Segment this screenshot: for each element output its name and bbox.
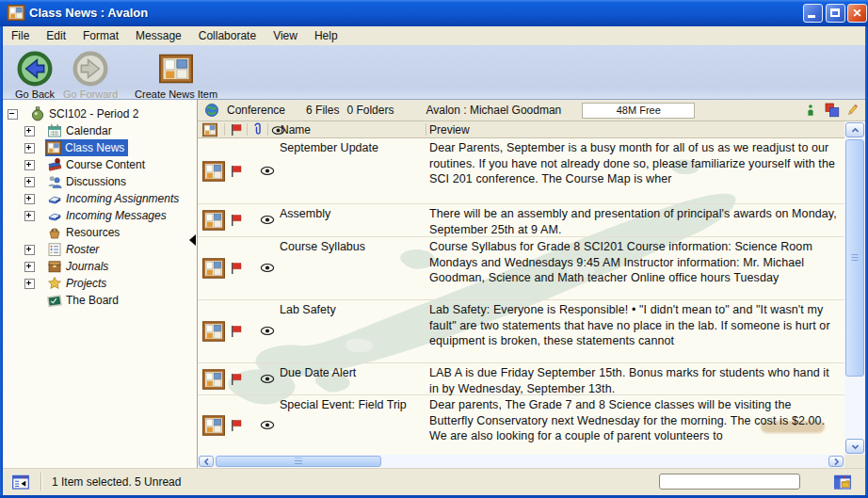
list-item-assembly[interactable]: Assembly There will be an assembly and p… [198, 204, 844, 237]
minimize-button[interactable] [803, 4, 823, 23]
go-back-button[interactable]: Go Back [10, 51, 59, 100]
tree-item-label: Calendar [66, 124, 112, 137]
list-item-due-date-alert[interactable]: Due Date Alert LAB A is due Friday Septe… [198, 363, 844, 395]
sidebar-item-resources[interactable]: Resources [3, 224, 197, 241]
chevron-down-icon [851, 442, 860, 451]
unread-eye-icon [260, 420, 275, 430]
tree-root-sci102[interactable]: SCI102 - Period 2 [3, 105, 197, 122]
menu-message[interactable]: Message [127, 27, 190, 44]
expand-box-icon[interactable] [24, 279, 35, 289]
status-quick-search-input[interactable] [659, 474, 800, 490]
menu-file[interactable]: File [3, 27, 38, 44]
toggle-sidebar-icon[interactable] [10, 474, 31, 491]
sidebar-item-class-news[interactable]: Class News [3, 139, 197, 156]
toggle-panel-icon[interactable] [832, 474, 853, 491]
expand-box-icon[interactable] [24, 262, 35, 272]
expand-box-icon[interactable] [24, 177, 35, 187]
go-forward-button[interactable]: Go Forward [63, 51, 118, 100]
class-news-window-icon[interactable] [7, 4, 25, 22]
expand-box-icon[interactable] [24, 143, 35, 153]
toolbar: Go Back Go Forward Create News Item [3, 45, 865, 100]
expand-box-icon[interactable] [24, 126, 35, 137]
globe-icon [204, 103, 219, 118]
sidebar-item-incoming-assignments[interactable]: Incoming Assignments [3, 190, 197, 207]
board-icon [47, 293, 62, 308]
horizontal-scroll-thumb[interactable] [216, 456, 381, 467]
expand-box-icon[interactable] [24, 245, 35, 255]
item-preview: Dear parents, The Grade 7 and 8 Science … [429, 397, 838, 444]
tree-item-label: Roster [66, 243, 99, 256]
conference-panel: Conference 6 Files 0 Folders Avalon : Mi… [198, 100, 865, 468]
scroll-left-button[interactable] [199, 456, 214, 467]
minimize-icon [808, 15, 815, 18]
menu-view[interactable]: View [265, 27, 306, 44]
chevron-up-icon [851, 126, 860, 135]
create-news-item-icon [159, 51, 193, 87]
list-item-special-event-field-trip[interactable]: Special Event: Field Trip Dear parents, … [198, 395, 844, 455]
chevron-right-icon [832, 458, 841, 466]
sidebar-item-course-content[interactable]: Course Content [3, 156, 197, 173]
files-count: 6 Files [306, 104, 339, 117]
name-column-header[interactable]: Name [281, 123, 311, 137]
create-news-item-button[interactable]: Create News Item [135, 51, 217, 100]
roster-icon [47, 242, 62, 257]
close-button[interactable]: ✕ [847, 4, 867, 23]
item-type-column-icon[interactable] [202, 122, 217, 137]
go-forward-icon [72, 51, 108, 87]
menu-collaborate[interactable]: Collaborate [190, 27, 265, 44]
unread-eye-icon [260, 215, 275, 225]
flag-icon [230, 214, 243, 227]
sidebar-item-incoming-messages[interactable]: Incoming Messages [3, 207, 197, 224]
vertical-scroll-thumb[interactable] [845, 139, 864, 377]
scroll-right-button[interactable] [828, 456, 844, 467]
menu-help[interactable]: Help [306, 27, 346, 44]
vertical-scrollbar[interactable] [844, 121, 865, 455]
expand-box-icon[interactable] [24, 211, 35, 221]
preview-column-header[interactable]: Preview [429, 123, 470, 137]
list-item-course-syllabus[interactable]: Course Syllabus Course Syllabus for Grad… [198, 237, 844, 300]
menu-format[interactable]: Format [74, 27, 127, 44]
sidebar-item-discussions[interactable]: Discussions [3, 173, 197, 190]
tree-item-label: Discussions [66, 175, 126, 188]
news-item-list: September Update Dear Parents, September… [198, 138, 844, 455]
sidebar-item-journals[interactable]: Journals [3, 258, 197, 275]
sidebar-item-roster[interactable]: Roster [3, 241, 197, 258]
news-item-icon [202, 414, 225, 437]
news-item-icon [202, 160, 225, 183]
pencil-icon[interactable] [845, 103, 860, 118]
item-name: Due Date Alert [280, 365, 423, 381]
scrollbar-corner [844, 455, 865, 468]
flag-column-icon[interactable] [230, 123, 243, 137]
member-icon[interactable] [804, 103, 817, 118]
title-bar: Class News : Avalon ✕ [0, 0, 868, 26]
collapse-box-icon[interactable] [8, 109, 18, 120]
expand-box-icon[interactable] [24, 160, 35, 170]
conference-info-bar: Conference 6 Files 0 Folders Avalon : Mi… [198, 100, 865, 121]
course-flask-icon [30, 106, 45, 121]
sidebar-item-projects[interactable]: Projects [3, 275, 197, 292]
list-item-lab-safety[interactable]: Lab Safety Lab Safety: Everyone is Respo… [198, 300, 844, 363]
maximize-button[interactable] [826, 4, 845, 23]
scroll-up-button[interactable] [845, 122, 864, 137]
layers-icon[interactable] [825, 103, 840, 118]
expand-box-icon[interactable] [24, 194, 35, 204]
scroll-down-button[interactable] [845, 439, 864, 454]
item-preview: Dear Parents, September is a busy month … [429, 140, 838, 187]
sidebar-item-calendar[interactable]: Calendar [3, 122, 197, 139]
list-item-september-update[interactable]: September Update Dear Parents, September… [198, 138, 844, 204]
item-name: Special Event: Field Trip [280, 397, 423, 413]
menu-edit[interactable]: Edit [38, 27, 74, 44]
unread-eye-icon [260, 166, 275, 176]
journals-icon [47, 259, 62, 274]
tree-item-label: Resources [66, 226, 120, 239]
chevron-left-icon [202, 458, 211, 466]
selected-highlight: Class News [45, 139, 128, 156]
server-user: Avalon : Michael Goodman [426, 104, 561, 117]
item-preview: Course Syllabus for Grade 8 SCI201 Cours… [429, 239, 838, 286]
sidebar-item-the-board[interactable]: The Board [3, 292, 197, 309]
class-news-icon [46, 140, 61, 155]
go-back-icon [17, 51, 53, 87]
horizontal-scrollbar[interactable] [198, 455, 844, 468]
splitter-collapse-handle[interactable] [189, 234, 196, 246]
attachment-column-icon[interactable] [250, 122, 265, 137]
